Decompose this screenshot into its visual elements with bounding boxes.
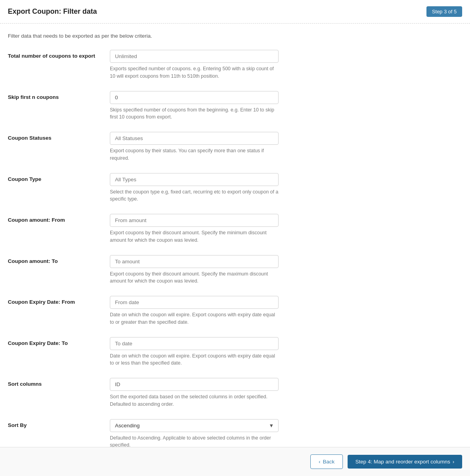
sort-by-wrapper: AscendingDescending ▼: [110, 419, 279, 432]
sort-by-select[interactable]: AscendingDescending: [110, 419, 279, 432]
skip-coupons-input-hint: Skips specified number of coupons from t…: [110, 106, 279, 121]
back-chevron-icon: ‹: [319, 459, 321, 465]
coupon-type-input-label: Coupon Type: [8, 173, 110, 182]
coupon-amount-from-input-row: Coupon amount: FromExport coupons by the…: [8, 214, 462, 244]
coupon-type-input-field: Select the coupon type e.g, fixed cart, …: [110, 173, 279, 203]
footer: ‹ Back Step 4: Map and reorder export co…: [0, 447, 470, 476]
coupon-amount-to-input-label: Coupon amount: To: [8, 255, 110, 264]
coupon-amount-from-input[interactable]: [110, 214, 279, 227]
coupon-amount-to-input-field: Export coupons by their discount amount.…: [110, 255, 279, 285]
step-badge: Step 3 of 5: [426, 6, 462, 17]
coupon-type-input[interactable]: [110, 173, 279, 186]
expiry-from-input-label: Coupon Expiry Date: From: [8, 296, 110, 305]
expiry-to-input-label: Coupon Expiry Date: To: [8, 337, 110, 346]
total-coupons-input-hint: Exports specified number of coupons. e.g…: [110, 65, 279, 80]
back-button[interactable]: ‹ Back: [310, 454, 343, 469]
expiry-to-input-row: Coupon Expiry Date: ToDate on which the …: [8, 337, 462, 367]
expiry-from-input[interactable]: [110, 296, 279, 309]
total-coupons-input-label: Total number of coupons to export: [8, 50, 110, 59]
expiry-from-input-row: Coupon Expiry Date: FromDate on which th…: [8, 296, 462, 326]
coupon-statuses-input[interactable]: [110, 132, 279, 145]
expiry-to-input-hint: Date on which the coupon will expire. Ex…: [110, 352, 279, 367]
main-content: Filter data that needs to be exported as…: [0, 24, 470, 476]
skip-coupons-input[interactable]: [110, 91, 279, 104]
coupon-amount-from-input-hint: Export coupons by their discount amount.…: [110, 229, 279, 244]
page-title: Export Coupon: Filter data: [8, 7, 97, 16]
sort-columns-input-hint: Sort the exported data based on the sele…: [110, 393, 279, 408]
sort-by-field: AscendingDescending ▼ Defaulted to Ascen…: [110, 419, 279, 449]
total-coupons-input[interactable]: [110, 50, 279, 63]
expiry-to-input-field: Date on which the coupon will expire. Ex…: [110, 337, 279, 367]
sort-columns-input[interactable]: [110, 378, 279, 391]
expiry-from-input-field: Date on which the coupon will expire. Ex…: [110, 296, 279, 326]
coupon-statuses-input-hint: Export coupons by their status. You can …: [110, 147, 279, 162]
coupon-amount-to-input-row: Coupon amount: ToExport coupons by their…: [8, 255, 462, 285]
sort-columns-input-row: Sort columnsSort the exported data based…: [8, 378, 462, 408]
coupon-statuses-input-field: Export coupons by their status. You can …: [110, 132, 279, 162]
fields-container: Total number of coupons to exportExports…: [8, 50, 462, 408]
next-label: Step 4: Map and reorder export columns: [355, 459, 450, 465]
expiry-from-input-hint: Date on which the coupon will expire. Ex…: [110, 311, 279, 326]
next-chevron-icon: ›: [453, 459, 455, 465]
sort-by-row: Sort By AscendingDescending ▼ Defaulted …: [8, 419, 462, 449]
coupon-type-input-row: Coupon TypeSelect the coupon type e.g, f…: [8, 173, 462, 203]
expiry-to-input[interactable]: [110, 337, 279, 350]
intro-text: Filter data that needs to be exported as…: [8, 33, 462, 39]
sort-columns-input-field: Sort the exported data based on the sele…: [110, 378, 279, 408]
back-label: Back: [323, 459, 335, 465]
sort-by-label: Sort By: [8, 419, 110, 428]
coupon-amount-from-input-field: Export coupons by their discount amount.…: [110, 214, 279, 244]
coupon-amount-from-input-label: Coupon amount: From: [8, 214, 110, 223]
sort-columns-input-label: Sort columns: [8, 378, 110, 387]
coupon-statuses-input-label: Coupon Statuses: [8, 132, 110, 141]
page-header: Export Coupon: Filter data Step 3 of 5: [0, 0, 470, 24]
total-coupons-input-row: Total number of coupons to exportExports…: [8, 50, 462, 80]
total-coupons-input-field: Exports specified number of coupons. e.g…: [110, 50, 279, 80]
coupon-type-input-hint: Select the coupon type e.g, fixed cart, …: [110, 188, 279, 203]
coupon-amount-to-input[interactable]: [110, 255, 279, 268]
coupon-amount-to-input-hint: Export coupons by their discount amount.…: [110, 270, 279, 285]
skip-coupons-input-label: Skip first n coupons: [8, 91, 110, 100]
coupon-statuses-input-row: Coupon StatusesExport coupons by their s…: [8, 132, 462, 162]
next-button[interactable]: Step 4: Map and reorder export columns ›: [348, 455, 462, 469]
skip-coupons-input-row: Skip first n couponsSkips specified numb…: [8, 91, 462, 121]
skip-coupons-input-field: Skips specified number of coupons from t…: [110, 91, 279, 121]
